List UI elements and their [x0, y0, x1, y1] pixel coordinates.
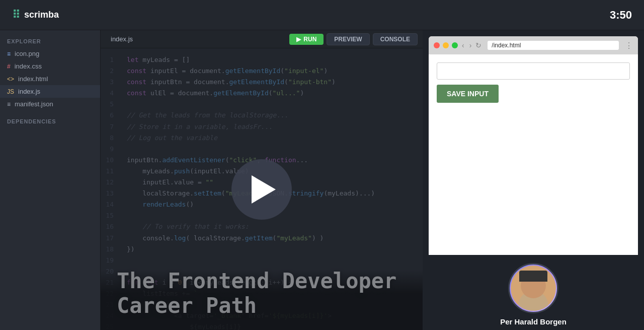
traffic-light-yellow	[443, 42, 449, 48]
browser-menu-icon[interactable]: ⋮	[625, 41, 633, 50]
browser-reload-button[interactable]: ↻	[475, 41, 481, 49]
file-name-indexjs: index.js	[18, 88, 40, 95]
console-button[interactable]: CONSOLE	[373, 33, 418, 45]
editor-tabs: index.js ▶ RUN PREVIEW CONSOLE	[101, 30, 423, 48]
preview-button[interactable]: PREVIEW	[327, 33, 369, 45]
play-overlay	[101, 48, 423, 330]
logo: ⠿ scrimba	[12, 9, 59, 22]
play-button[interactable]	[231, 159, 292, 220]
run-icon: ▶	[296, 36, 301, 43]
file-icon-json: ≡	[7, 101, 11, 108]
avatar	[508, 263, 558, 313]
run-label: RUN	[303, 36, 316, 43]
editor-area: index.js ▶ RUN PREVIEW CONSOLE 12345 678…	[101, 30, 423, 330]
explorer-label: EXPLORER	[0, 30, 100, 47]
sidebar-item-manifestjson[interactable]: ≡ manifest.json	[0, 98, 100, 110]
file-icon-css: #	[7, 63, 11, 70]
file-icon-img: ≡	[7, 50, 11, 57]
sidebar-item-indexhtml[interactable]: <> index.html	[0, 73, 100, 85]
main-layout: EXPLORER ≡ icon.png # index.css <> index…	[0, 30, 644, 330]
sidebar-item-indexcss[interactable]: # index.css	[0, 60, 100, 73]
timer: 3:50	[610, 9, 632, 22]
instructor-name: Per Harald Borgen	[500, 317, 567, 326]
traffic-light-green	[452, 42, 458, 48]
tab-indexjs[interactable]: index.js	[106, 35, 138, 43]
browser-forward-button[interactable]: ›	[468, 41, 473, 49]
avatar-cap	[519, 271, 547, 282]
file-icon-html: <>	[7, 76, 14, 83]
browser-address-bar[interactable]	[488, 41, 619, 50]
logo-icon: ⠿	[12, 9, 20, 22]
run-button[interactable]: ▶ RUN	[289, 34, 324, 45]
code-editor: 12345 678910 1112131415 1617181920 21222…	[101, 48, 423, 330]
browser-content: SAVE INPUT	[429, 54, 638, 255]
topbar: ⠿ scrimba 3:50	[0, 0, 644, 30]
browser-chrome: ‹ › ↻ ⋮ SAVE INPUT	[429, 36, 638, 255]
sidebar-item-indexjs[interactable]: JS index.js	[0, 85, 100, 98]
file-name-indexcss: index.css	[15, 62, 42, 70]
sidebar: EXPLORER ≡ icon.png # index.css <> index…	[0, 30, 101, 330]
file-name-manifestjson: manifest.json	[15, 100, 53, 108]
tab-actions: ▶ RUN PREVIEW CONSOLE	[289, 33, 418, 45]
sidebar-item-iconpng[interactable]: ≡ icon.png	[0, 47, 100, 60]
avatar-face	[511, 266, 556, 311]
file-name-iconpng: icon.png	[15, 50, 39, 57]
preview-input[interactable]	[437, 62, 630, 80]
save-input-button[interactable]: SAVE INPUT	[437, 85, 499, 103]
file-name-indexhtml: index.html	[18, 75, 48, 83]
browser-toolbar: ‹ › ↻ ⋮	[429, 36, 638, 54]
traffic-light-red	[434, 42, 440, 48]
dependencies-label: DEPENDENCIES	[0, 110, 100, 127]
preview-panel: ‹ › ↻ ⋮ SAVE INPUT Per Harald Borgen	[423, 30, 644, 330]
logo-text: scrimba	[24, 10, 59, 20]
instructor-card: Per Harald Borgen	[423, 255, 644, 330]
file-icon-js: JS	[7, 88, 14, 95]
browser-back-button[interactable]: ‹	[461, 41, 465, 49]
play-triangle-icon	[252, 175, 276, 204]
